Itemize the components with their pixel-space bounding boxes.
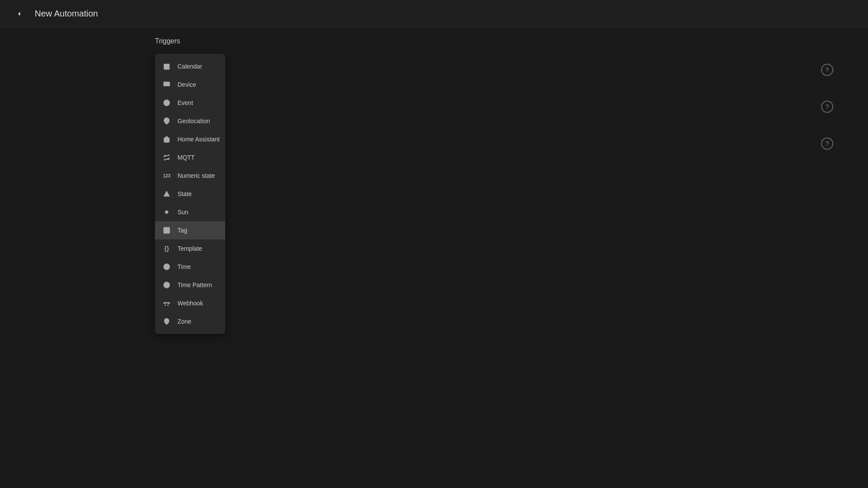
tag-label: Tag (178, 227, 187, 234)
menu-item-numeric-state[interactable]: 123 Numeric state (155, 167, 225, 185)
sun-label: Sun (178, 209, 188, 216)
home-assistant-label: Home Assistant (178, 136, 220, 143)
event-icon (162, 98, 171, 108)
page-title: New Automation (35, 9, 98, 19)
time-pattern-icon (162, 280, 171, 290)
menu-item-tag[interactable]: Tag (155, 221, 225, 239)
device-label: Device (178, 81, 196, 88)
calendar-icon (162, 62, 171, 71)
geolocation-icon (162, 116, 171, 126)
menu-item-webhook[interactable]: Webhook (155, 294, 225, 312)
menu-item-event[interactable]: Event (155, 94, 225, 112)
numeric-state-icon: 123 (162, 171, 171, 180)
svg-rect-4 (164, 82, 170, 86)
back-button[interactable] (10, 5, 28, 23)
state-label: State (178, 190, 192, 197)
triggers-section-label: Triggers (155, 37, 180, 45)
calendar-label: Calendar (178, 63, 202, 70)
svg-point-25 (165, 305, 166, 306)
mqtt-label: MQTT (178, 154, 195, 161)
svg-line-16 (169, 214, 169, 215)
webhook-icon (162, 298, 171, 308)
svg-line-20 (169, 210, 169, 210)
numeric-state-label: Numeric state (178, 172, 215, 179)
zone-label: Zone (178, 318, 191, 325)
time-pattern-label: Time Pattern (178, 282, 212, 288)
svg-point-8 (166, 119, 168, 121)
menu-item-time[interactable]: Time (155, 258, 225, 276)
menu-item-time-pattern[interactable]: Time Pattern (155, 276, 225, 294)
tag-icon (162, 226, 171, 235)
sun-icon (162, 207, 171, 217)
help-button-1[interactable]: ? (821, 64, 833, 76)
template-label: Template (178, 245, 202, 252)
svg-point-26 (168, 305, 169, 306)
menu-item-state[interactable]: State (155, 185, 225, 203)
svg-line-19 (164, 214, 164, 215)
device-icon (162, 80, 171, 89)
event-label: Event (178, 99, 193, 106)
home-assistant-icon (162, 134, 171, 144)
mqtt-icon (162, 153, 171, 162)
menu-item-zone[interactable]: Zone (155, 312, 225, 331)
geolocation-label: Geolocation (178, 118, 210, 124)
svg-point-22 (166, 229, 168, 232)
help-button-3[interactable]: ? (821, 138, 833, 150)
menu-item-device[interactable]: Device (155, 75, 225, 94)
time-label: Time (178, 263, 191, 270)
template-icon: {} (162, 244, 171, 253)
svg-line-15 (164, 210, 164, 210)
menu-item-calendar[interactable]: Calendar (155, 57, 225, 75)
time-icon (162, 262, 171, 272)
svg-marker-9 (164, 191, 170, 197)
zone-icon (162, 317, 171, 326)
menu-item-template[interactable]: {} Template (155, 239, 225, 258)
webhook-label: Webhook (178, 300, 203, 307)
state-icon (162, 189, 171, 199)
menu-item-home-assistant[interactable]: Home Assistant (155, 130, 225, 148)
svg-point-28 (166, 320, 168, 322)
triggers-dropdown: Calendar Device Event (155, 54, 225, 334)
menu-item-mqtt[interactable]: MQTT (155, 148, 225, 167)
menu-item-geolocation[interactable]: Geolocation (155, 112, 225, 130)
header: New Automation (0, 0, 868, 28)
svg-rect-0 (164, 64, 170, 70)
menu-item-sun[interactable]: Sun (155, 203, 225, 221)
main-content: Triggers ? ? ? Calendar (0, 28, 868, 488)
svg-point-12 (165, 210, 168, 214)
help-button-2[interactable]: ? (821, 101, 833, 113)
